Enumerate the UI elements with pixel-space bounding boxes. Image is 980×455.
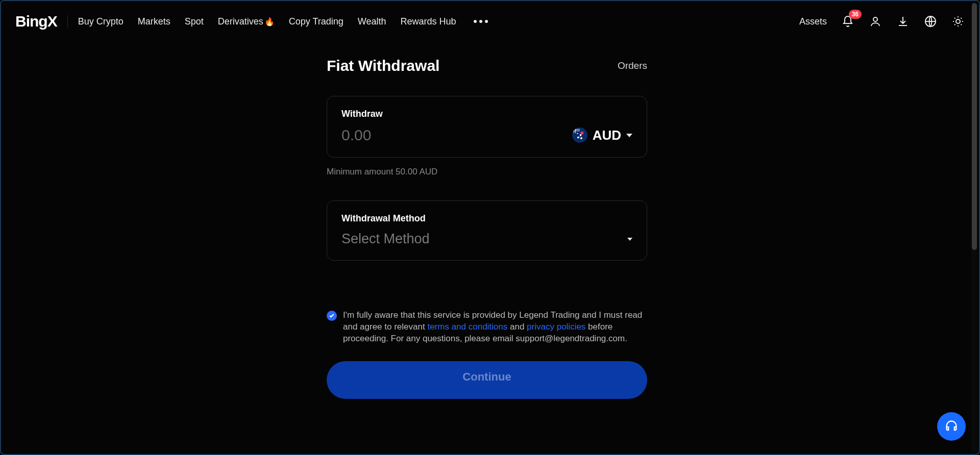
- user-icon[interactable]: [869, 15, 882, 28]
- main-nav: Buy Crypto Markets Spot Derivatives Copy…: [78, 16, 491, 27]
- currency-selector[interactable]: AUD: [572, 128, 632, 143]
- orders-link[interactable]: Orders: [618, 60, 647, 71]
- flag-aud-icon: [572, 128, 587, 143]
- method-card: Withdrawal Method Select Method: [327, 200, 647, 261]
- nav-derivatives[interactable]: Derivatives: [218, 16, 275, 27]
- method-label: Withdrawal Method: [341, 213, 632, 224]
- svg-point-0: [873, 17, 877, 21]
- logo[interactable]: BingX: [15, 13, 57, 30]
- nav-more-icon[interactable]: [471, 17, 491, 26]
- nav-spot[interactable]: Spot: [185, 16, 204, 27]
- globe-icon[interactable]: [924, 15, 937, 28]
- amount-input[interactable]: [341, 127, 572, 144]
- terms-link[interactable]: terms and conditions: [427, 322, 507, 332]
- logo-x: X: [47, 13, 57, 30]
- notification-badge: 36: [849, 10, 862, 19]
- page-title: Fiat Withdrawal: [327, 57, 439, 74]
- headset-icon: [944, 419, 959, 434]
- title-row: Fiat Withdrawal Orders: [327, 57, 647, 74]
- withdraw-card: Withdraw AUD: [327, 96, 647, 158]
- nav-markets[interactable]: Markets: [138, 16, 170, 27]
- svg-point-2: [956, 19, 960, 23]
- withdraw-label: Withdraw: [341, 109, 632, 119]
- logo-text: Bing: [15, 13, 47, 30]
- top-nav: BingX Buy Crypto Markets Spot Derivative…: [1, 1, 979, 42]
- nav-rewards-hub[interactable]: Rewards Hub: [401, 16, 456, 27]
- nav-buy-crypto[interactable]: Buy Crypto: [78, 16, 124, 27]
- agreement-row: I'm fully aware that this service is pro…: [327, 310, 647, 345]
- assets-link[interactable]: Assets: [799, 16, 827, 27]
- amount-row: AUD: [341, 127, 632, 144]
- theme-toggle-icon[interactable]: [951, 15, 965, 28]
- nav-copy-trading[interactable]: Copy Trading: [289, 16, 344, 27]
- scrollbar[interactable]: [971, 3, 977, 452]
- main-content: Fiat Withdrawal Orders Withdraw AUD Mini…: [327, 57, 653, 399]
- nav-wealth[interactable]: Wealth: [358, 16, 386, 27]
- minimum-hint: Minimum amount 50.00 AUD: [327, 167, 653, 177]
- download-icon[interactable]: [896, 15, 910, 28]
- divider: [67, 15, 68, 28]
- agreement-text: I'm fully aware that this service is pro…: [343, 310, 647, 345]
- agreement-checkbox[interactable]: [327, 311, 337, 321]
- notifications-icon[interactable]: 36: [841, 15, 854, 28]
- currency-code: AUD: [593, 128, 621, 143]
- method-placeholder: Select Method: [341, 231, 430, 247]
- chevron-down-icon: [627, 238, 632, 241]
- header-right: Assets 36: [799, 15, 965, 28]
- support-fab[interactable]: [937, 412, 966, 441]
- continue-button[interactable]: Continue: [327, 361, 647, 399]
- chevron-down-icon: [626, 134, 632, 137]
- method-selector[interactable]: Select Method: [341, 231, 632, 247]
- scrollbar-thumb[interactable]: [972, 3, 977, 250]
- privacy-link[interactable]: privacy policies: [527, 322, 585, 332]
- agreement-and: and: [507, 322, 527, 332]
